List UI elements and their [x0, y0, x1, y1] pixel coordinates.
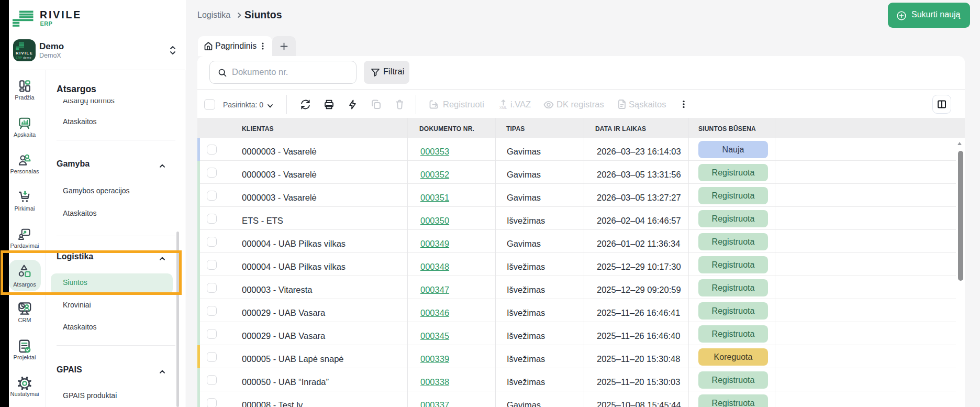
- svg-text:XML: XML: [499, 106, 507, 109]
